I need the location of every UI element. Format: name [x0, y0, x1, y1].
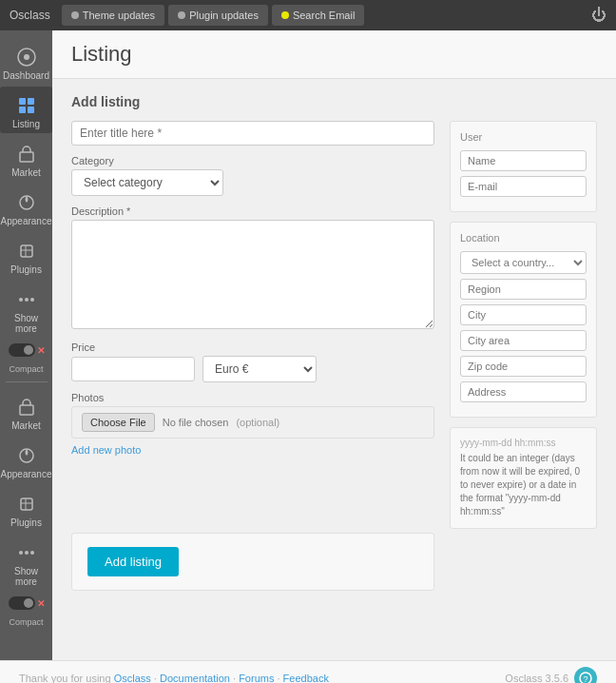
location-card-title: Location — [460, 232, 587, 244]
show-more-icon — [15, 288, 38, 311]
forums-link[interactable]: Forums — [239, 673, 274, 683]
sidebar-item-appearance[interactable]: Appearance — [0, 184, 52, 230]
topbar: Osclass Theme updates Plugin updates Sea… — [0, 0, 616, 30]
user-card: User — [450, 121, 597, 212]
region-input[interactable] — [460, 279, 587, 300]
add-listing-button[interactable]: Add listing — [87, 547, 179, 576]
location-card: Location Select a country... — [450, 222, 597, 418]
category-label: Category — [71, 155, 434, 166]
plugins2-icon — [15, 493, 38, 516]
osclass-link[interactable]: Osclass — [114, 673, 151, 683]
category-select[interactable]: Select category — [71, 169, 223, 196]
brand-label: Osclass — [10, 9, 50, 22]
svg-point-1 — [24, 54, 29, 60]
currency-select[interactable]: Euro € — [202, 356, 317, 382]
sidebar-item-plugins2[interactable]: Plugins — [0, 485, 52, 532]
sidebar-item-show-more2[interactable]: Show more — [0, 534, 52, 591]
expire-card: yyyy-mm-dd hh:mm:ss It could be an integ… — [450, 427, 597, 529]
page-header: Listing — [52, 30, 616, 79]
right-panel: User Location Select a country... — [450, 121, 597, 591]
description-row: Description * — [71, 205, 434, 332]
layout: Dashboard Listing Market — [0, 30, 616, 660]
zip-input[interactable] — [460, 356, 587, 377]
sidebar-item-market2[interactable]: Market — [0, 388, 52, 435]
svg-rect-4 — [19, 107, 26, 113]
expire-hint-text: It could be an integer (days from now it… — [460, 452, 587, 518]
toggle-x-icon-1: ✕ — [37, 345, 45, 356]
svg-rect-3 — [28, 98, 34, 105]
city-input[interactable] — [460, 304, 587, 325]
sidebar-item-dashboard[interactable]: Dashboard — [0, 38, 52, 85]
plugins-icon — [15, 240, 38, 263]
footer-text: Thank you for using Osclass · Documentat… — [19, 673, 329, 683]
svg-point-13 — [30, 298, 34, 302]
user-card-title: User — [460, 131, 587, 143]
plugin-updates-label: Plugin updates — [189, 10, 259, 21]
price-inputs: Euro € — [71, 356, 434, 382]
address-input[interactable] — [460, 381, 587, 402]
version-text: Osclass 3.5.6 — [505, 673, 568, 683]
toggle-x-icon-2: ✕ — [37, 598, 45, 609]
category-row: Category Select category — [71, 155, 434, 196]
market2-icon — [15, 396, 38, 419]
search-email-button[interactable]: Search Email — [272, 5, 364, 26]
optional-badge: (optional) — [236, 417, 279, 428]
form-left: Category Select category Description * P… — [71, 121, 434, 591]
compact-label-1: Compact — [0, 362, 52, 376]
sidebar-item-market[interactable]: Market — [0, 135, 52, 182]
submit-row: Add listing — [71, 533, 434, 591]
svg-point-19 — [19, 551, 23, 555]
compact-toggle-1[interactable]: ✕ — [0, 340, 52, 361]
content-area: Add listing Category Select category — [52, 79, 616, 606]
theme-updates-label: Theme updates — [83, 10, 155, 21]
title-input[interactable] — [71, 121, 434, 146]
sidebar-divider — [6, 381, 48, 382]
sidebar-item-plugins[interactable]: Plugins — [0, 232, 52, 279]
description-textarea[interactable] — [71, 220, 434, 329]
feedback-link[interactable]: Feedback — [283, 673, 329, 683]
footer-version-area: Osclass 3.5.6 ? — [505, 667, 597, 683]
title-row — [71, 121, 434, 146]
svg-rect-16 — [21, 498, 32, 510]
search-email-label: Search Email — [293, 10, 355, 21]
show-more-label: Show more — [4, 313, 48, 334]
theme-updates-button[interactable]: Theme updates — [62, 5, 164, 26]
plugin-updates-button[interactable]: Plugin updates — [168, 5, 268, 26]
support-bubble[interactable]: ? — [574, 667, 597, 683]
power-button[interactable]: ⏻ — [591, 7, 606, 24]
compact-toggle-2[interactable]: ✕ — [0, 593, 52, 614]
toggle-knob-1 — [24, 345, 33, 355]
svg-point-11 — [19, 298, 23, 302]
svg-point-20 — [25, 551, 29, 555]
sidebar-item-listing[interactable]: Listing — [0, 87, 52, 133]
svg-rect-14 — [20, 405, 33, 415]
expire-hint-title: yyyy-mm-dd hh:mm:ss — [460, 438, 587, 448]
compact-label-2: Compact — [0, 615, 52, 629]
toggle-oval-2 — [9, 596, 35, 610]
form-title: Add listing — [71, 94, 597, 109]
file-upload-row: Choose File No file chosen (optional) — [71, 406, 434, 439]
sidebar-item-show-more[interactable]: Show more — [0, 281, 52, 338]
appearance-label: Appearance — [1, 216, 52, 226]
no-file-text: No file chosen — [163, 417, 229, 428]
choose-file-button[interactable]: Choose File — [82, 413, 155, 432]
sidebar: Dashboard Listing Market — [0, 30, 52, 660]
price-row: Price Euro € — [71, 342, 434, 382]
city-area-input[interactable] — [460, 330, 587, 351]
appearance2-icon — [15, 444, 38, 467]
theme-dot — [71, 11, 79, 19]
email-input[interactable] — [460, 176, 587, 197]
documentation-link[interactable]: Documentation — [160, 673, 230, 683]
country-select[interactable]: Select a country... — [460, 251, 587, 274]
add-photo-link[interactable]: Add new photo — [71, 444, 141, 456]
price-label: Price — [71, 342, 434, 353]
market2-label: Market — [11, 420, 41, 431]
svg-rect-5 — [28, 107, 34, 113]
svg-rect-6 — [20, 152, 33, 162]
description-label: Description * — [71, 205, 434, 217]
toggle-knob-2 — [24, 598, 33, 608]
listing-label: Listing — [12, 119, 40, 129]
name-input[interactable] — [460, 150, 587, 171]
sidebar-item-appearance2[interactable]: Appearance — [0, 437, 52, 483]
price-input[interactable] — [71, 357, 195, 381]
